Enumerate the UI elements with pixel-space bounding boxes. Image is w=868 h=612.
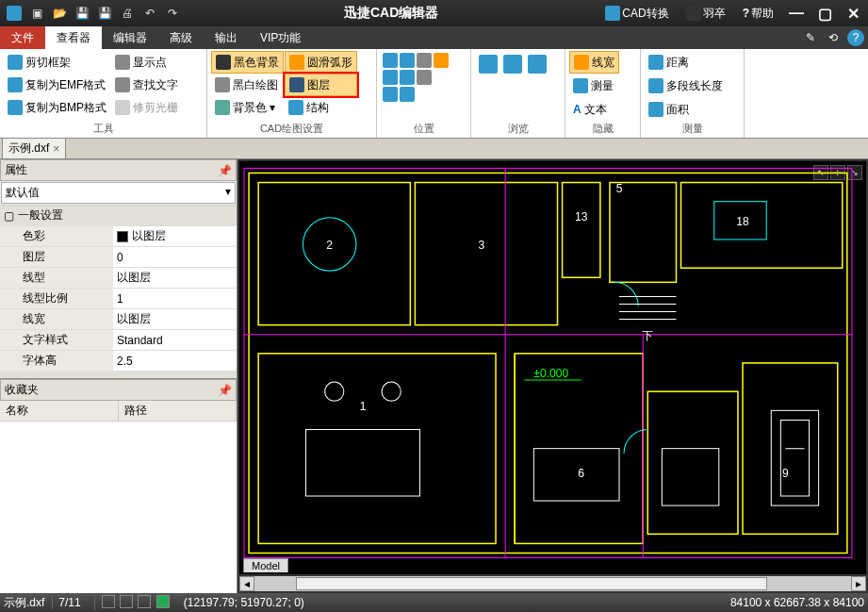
bw-draw-button[interactable]: 黑白绘图 — [211, 74, 284, 96]
save-icon[interactable]: 💾 — [72, 3, 92, 24]
new-icon[interactable]: ▣ — [26, 3, 47, 24]
status-coords: (12197.79; 51970.27; 0) — [184, 596, 304, 609]
help-button[interactable]: ?帮助 — [737, 4, 779, 24]
favorites-panel: 收藏夹 📌 名称 路径 — [0, 378, 237, 593]
svg-rect-17 — [771, 410, 818, 505]
linewidth-button[interactable]: 线宽 — [569, 51, 619, 74]
horizontal-scrollbar[interactable]: ◂ ▸ — [239, 576, 866, 591]
pin-icon[interactable]: 📌 — [218, 384, 232, 397]
redo-icon[interactable]: ↷ — [162, 3, 183, 24]
maximize-button[interactable]: ▢ — [813, 4, 836, 23]
scroll-right-icon[interactable]: ▸ — [851, 576, 866, 591]
pos-icon[interactable] — [400, 53, 415, 68]
smooth-arc-button[interactable]: 圆滑弧形 — [285, 51, 357, 74]
refresh-icon[interactable]: ⟲ — [825, 29, 842, 46]
prop-row-fontheight[interactable]: 字体高2.5 — [0, 350, 237, 371]
svg-rect-2 — [415, 183, 557, 325]
app-icon[interactable] — [4, 3, 25, 24]
help-icon[interactable]: ? — [847, 29, 864, 46]
prop-row-layer[interactable]: 图层0 — [0, 246, 237, 267]
cad-convert-button[interactable]: CAD转换 — [599, 4, 674, 24]
prop-row-lineweight[interactable]: 线宽以图层 — [0, 308, 237, 329]
osnap-toggle-icon[interactable] — [156, 595, 170, 608]
pos-icon[interactable] — [400, 87, 415, 102]
find-text-button[interactable]: 查找文字 — [111, 74, 182, 96]
svg-text:±0.000: ±0.000 — [533, 367, 568, 380]
minimize-button[interactable]: — — [785, 4, 808, 23]
svg-point-20 — [382, 382, 401, 401]
print-icon[interactable]: 🖨 — [117, 3, 138, 24]
favorites-title: 收藏夹 — [5, 382, 39, 398]
tab-vip[interactable]: VIP功能 — [249, 26, 312, 49]
col-path[interactable]: 路径 — [119, 401, 237, 421]
layer-button[interactable]: 图层 — [285, 74, 357, 96]
drawing-canvas[interactable]: ↖ ⊹ ↘ — [239, 161, 866, 574]
ortho-toggle-icon[interactable] — [138, 595, 151, 608]
pos-icon[interactable] — [383, 87, 398, 102]
group-pos-label: 位置 — [381, 121, 467, 136]
quill-icon[interactable]: ✎ — [802, 29, 819, 46]
distance-button[interactable]: 距离 — [645, 51, 727, 74]
polyline-length-button[interactable]: 多段线长度 — [645, 74, 727, 97]
properties-selector[interactable]: 默认值▾ — [1, 182, 236, 204]
grid-toggle-icon[interactable] — [120, 595, 133, 608]
open-icon[interactable]: 📂 — [49, 3, 70, 24]
nav-next-icon[interactable] — [503, 55, 522, 74]
user-button[interactable]: 羽卒 — [680, 4, 731, 24]
nav-list-icon[interactable] — [528, 55, 547, 74]
scroll-left-icon[interactable]: ◂ — [239, 576, 254, 591]
copy-emf-button[interactable]: 复制为EMF格式 — [4, 74, 110, 96]
structure-button[interactable]: 结构 — [285, 96, 357, 119]
close-button[interactable]: ✕ — [842, 4, 864, 23]
text-toggle-button[interactable]: A文本 — [569, 98, 619, 121]
favorites-header: 收藏夹 📌 — [0, 379, 237, 401]
ribbon-tabs: 文件 查看器 编辑器 高级 输出 VIP功能 ✎ ⟲ ? — [0, 26, 868, 49]
properties-category[interactable]: ▢一般设置 — [0, 205, 237, 225]
clip-frame-button[interactable]: 剪切框架 — [4, 51, 110, 74]
prop-row-color[interactable]: 色彩以图层 — [0, 225, 237, 246]
tab-advanced[interactable]: 高级 — [158, 26, 204, 49]
area-button[interactable]: 面积 — [645, 98, 727, 121]
black-bg-button[interactable]: 黑色背景 — [211, 51, 284, 74]
group-browse-label: 浏览 — [475, 121, 561, 136]
favorites-list[interactable] — [0, 422, 237, 593]
pos-icon[interactable] — [383, 70, 398, 85]
measure-toggle-button[interactable]: 测量 — [569, 74, 619, 97]
svg-text:下: 下 — [642, 329, 653, 342]
show-point-button[interactable]: 显示点 — [111, 51, 182, 74]
tab-viewer[interactable]: 查看器 — [45, 26, 102, 49]
pos-icon[interactable] — [400, 70, 415, 85]
close-tab-icon[interactable]: × — [53, 142, 59, 156]
prop-row-textstyle[interactable]: 文字样式Standard — [0, 329, 237, 350]
status-filename: 示例.dxf — [4, 595, 44, 611]
undo-icon[interactable]: ↶ — [139, 3, 160, 24]
tab-output[interactable]: 输出 — [204, 26, 249, 49]
tab-file[interactable]: 文件 — [0, 26, 45, 49]
nav-prev-icon[interactable] — [479, 55, 498, 74]
pos-icon[interactable] — [383, 53, 398, 68]
svg-point-19 — [325, 382, 344, 401]
properties-grid: ▢一般设置 色彩以图层 图层0 线型以图层 线型比例1 线宽以图层 文字样式St… — [0, 205, 237, 371]
snap-toggle-icon[interactable] — [102, 595, 115, 608]
status-dimensions: 84100 x 62667.38 x 84100 — [730, 596, 864, 609]
zoom-in-icon[interactable] — [417, 53, 432, 68]
pin-icon[interactable]: 📌 — [218, 164, 232, 177]
svg-rect-4 — [258, 354, 496, 544]
status-page: 7/11 — [52, 596, 86, 609]
zoom-out-icon[interactable] — [417, 70, 432, 85]
saveas-icon[interactable]: 💾 — [94, 3, 115, 24]
svg-rect-3 — [563, 183, 600, 278]
pan-icon[interactable] — [434, 53, 449, 68]
model-tab[interactable]: Model — [243, 558, 288, 572]
copy-bmp-button[interactable]: 复制为BMP格式 — [4, 96, 110, 119]
trim-raster-button: 修剪光栅 — [111, 96, 182, 119]
tab-editor[interactable]: 编辑器 — [102, 26, 158, 49]
group-draw-label: CAD绘图设置 — [211, 121, 372, 136]
canvas-area: ↖ ⊹ ↘ — [237, 159, 868, 593]
scroll-thumb[interactable] — [296, 577, 767, 590]
col-name[interactable]: 名称 — [0, 401, 119, 421]
prop-row-ltscale[interactable]: 线型比例1 — [0, 288, 237, 308]
prop-row-linetype[interactable]: 线型以图层 — [0, 267, 237, 288]
document-tab[interactable]: 示例.dxf × — [2, 138, 66, 158]
bg-color-button[interactable]: 背景色▾ — [211, 96, 284, 119]
